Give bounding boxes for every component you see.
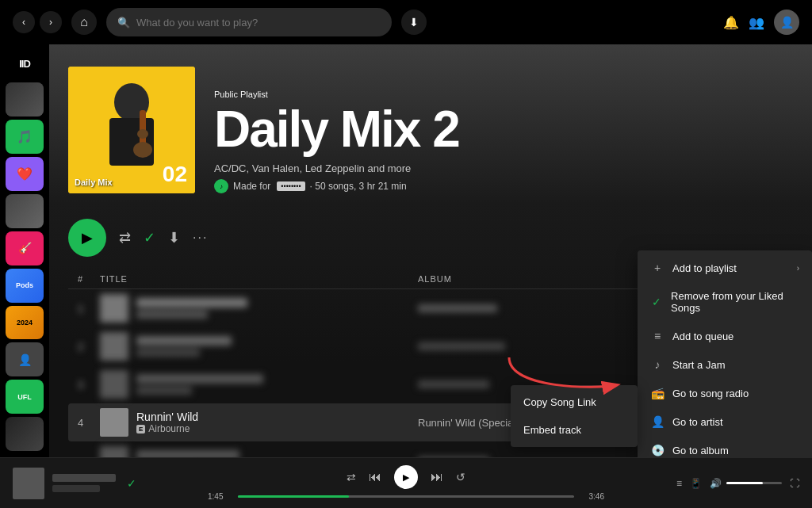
nav-arrows: ‹ › (13, 11, 62, 33)
search-input[interactable] (136, 17, 381, 29)
menu-item-remove-liked[interactable]: ✓ Remove from your Liked Songs (638, 282, 812, 322)
sidebar: IID 🎵 ❤️ 🎸 Pods 2024 👤 UFL (0, 44, 49, 457)
vol-fill (726, 482, 763, 484)
playlist-info: Public Playlist Daily Mix 2 AC/DC, Van H… (214, 90, 793, 193)
player-vol-icon[interactable]: 🔊 (710, 478, 722, 489)
player-center: ⇄ ⏮ ▶ ⏭ ↺ 1:45 3:46 (181, 465, 631, 501)
main-layout: IID 🎵 ❤️ 🎸 Pods 2024 👤 UFL (0, 44, 812, 457)
content-area: Daily Mix 02 Public Playlist Daily Mix 2… (49, 44, 812, 457)
player-liked-icon[interactable]: ✓ (127, 477, 136, 490)
queue-icon: ≡ (650, 330, 665, 342)
nav-right: 🔔 👥 👤 (723, 10, 799, 35)
check-icon: ✓ (650, 296, 663, 308)
player-artist (52, 485, 100, 492)
player-queue-icon[interactable]: ≡ (676, 478, 682, 489)
sidebar-item-2[interactable]: 🎵 (6, 120, 44, 154)
search-icon: 🔍 (117, 17, 130, 29)
sidebar-item-9[interactable]: UFL (6, 380, 44, 414)
menu-item-go-artist[interactable]: 👤 Go to artist (638, 407, 812, 436)
sidebar-item-8[interactable]: 👤 (6, 342, 44, 376)
spotify-dot: ♪ (214, 179, 228, 193)
search-bar[interactable]: 🔍 (106, 8, 392, 36)
back-button[interactable]: ‹ (13, 11, 35, 33)
player-play-button[interactable]: ▶ (394, 465, 418, 489)
users-icon[interactable]: 👥 (749, 15, 764, 30)
install-icon: ⬇ (409, 16, 419, 29)
bottom-player: ✓ ⇄ ⏮ ▶ ⏭ ↺ 1:45 3:46 ≡ 📱 🔊 ⛶ (0, 457, 812, 508)
context-menu: + Add to playlist › ✓ Remove from your L… (638, 250, 812, 457)
player-progress: 1:45 3:46 (208, 492, 604, 501)
player-right: ≡ 📱 🔊 ⛶ (641, 478, 799, 489)
menu-item-add-queue[interactable]: ≡ Add to queue (638, 322, 812, 350)
play-icon: ▶ (82, 229, 93, 246)
playlist-cover: Daily Mix 02 (68, 67, 195, 193)
player-time-current: 1:45 (208, 492, 232, 501)
player-next-button[interactable]: ⏭ (431, 470, 443, 484)
liked-button[interactable]: ✓ (144, 229, 155, 246)
player-left: ✓ (13, 468, 171, 499)
add-icon: + (650, 262, 665, 274)
progress-fill (238, 495, 349, 498)
menu-item-add-to-playlist[interactable]: + Add to playlist › (638, 254, 812, 282)
playlist-header: Daily Mix 02 Public Playlist Daily Mix 2… (49, 44, 812, 209)
explicit-badge: E (136, 425, 145, 434)
sidebar-item-5[interactable]: 🎸 (6, 231, 44, 265)
jam-icon: ♪ (650, 358, 665, 371)
player-time-total: 3:46 (580, 492, 604, 501)
player-thumb (13, 468, 44, 499)
submenu-item-copy-link[interactable]: Copy Song Link (511, 388, 638, 416)
download-button[interactable]: ⬇ (168, 229, 180, 246)
forward-button[interactable]: › (40, 11, 62, 33)
artist-icon: 👤 (650, 415, 665, 428)
player-volume: 🔊 (710, 478, 782, 489)
playlist-title: Daily Mix 2 (214, 104, 793, 155)
install-button[interactable]: ⬇ (401, 10, 427, 35)
submenu-popup: Copy Song Link Embed track (511, 385, 638, 447)
vol-bar[interactable] (726, 482, 782, 484)
sidebar-item-4[interactable] (6, 194, 44, 228)
player-track-name (52, 474, 116, 482)
home-icon: ⌂ (80, 15, 88, 29)
player-devices-icon[interactable]: 📱 (690, 478, 702, 489)
player-repeat-button[interactable]: ↺ (456, 471, 465, 483)
avatar[interactable]: 👤 (774, 10, 799, 35)
svg-rect-2 (109, 118, 154, 166)
sidebar-item-6[interactable]: Pods (6, 269, 44, 303)
sidebar-logo: IID (6, 51, 44, 76)
shuffle-button[interactable]: ⇄ (119, 229, 131, 246)
arrow-icon: › (797, 264, 799, 273)
more-button[interactable]: ··· (193, 231, 208, 245)
submenu-item-embed-track[interactable]: Embed track (511, 416, 638, 444)
svg-point-4 (133, 142, 152, 158)
svg-point-5 (137, 129, 148, 139)
playlist-type: Public Playlist (214, 90, 793, 99)
playlist-meta: ♪ Made for •••••••• · 50 songs, 3 hr 21 … (214, 179, 793, 193)
progress-bar[interactable] (238, 495, 574, 498)
menu-item-song-radio[interactable]: 📻 Go to song radio (638, 379, 812, 407)
play-button[interactable]: ▶ (68, 219, 106, 257)
top-nav: ‹ › ⌂ 🔍 ⬇ 🔔 👥 👤 (0, 0, 812, 44)
bell-icon[interactable]: 🔔 (723, 15, 739, 30)
album-icon: 💿 (650, 444, 665, 456)
cover-num: 02 (163, 162, 187, 187)
track-name: Runnin' Wild (136, 411, 198, 423)
sidebar-item-1[interactable] (6, 82, 44, 116)
player-fullscreen-icon[interactable]: ⛶ (790, 478, 799, 489)
radio-icon: 📻 (650, 387, 665, 399)
player-shuffle-button[interactable]: ⇄ (347, 471, 356, 483)
cover-label: Daily Mix (75, 178, 113, 187)
menu-item-go-album[interactable]: 💿 Go to album (638, 436, 812, 457)
playlist-artists: AC/DC, Van Halen, Led Zeppelin and more (214, 162, 793, 174)
menu-item-start-jam[interactable]: ♪ Start a Jam (638, 350, 812, 379)
player-prev-button[interactable]: ⏮ (369, 470, 381, 484)
player-controls: ⇄ ⏮ ▶ ⏭ ↺ (347, 465, 465, 489)
sidebar-item-10[interactable] (6, 417, 44, 451)
sidebar-item-7[interactable]: 2024 (6, 306, 44, 340)
sidebar-item-3[interactable]: ❤️ (6, 157, 44, 191)
home-button[interactable]: ⌂ (71, 10, 97, 35)
